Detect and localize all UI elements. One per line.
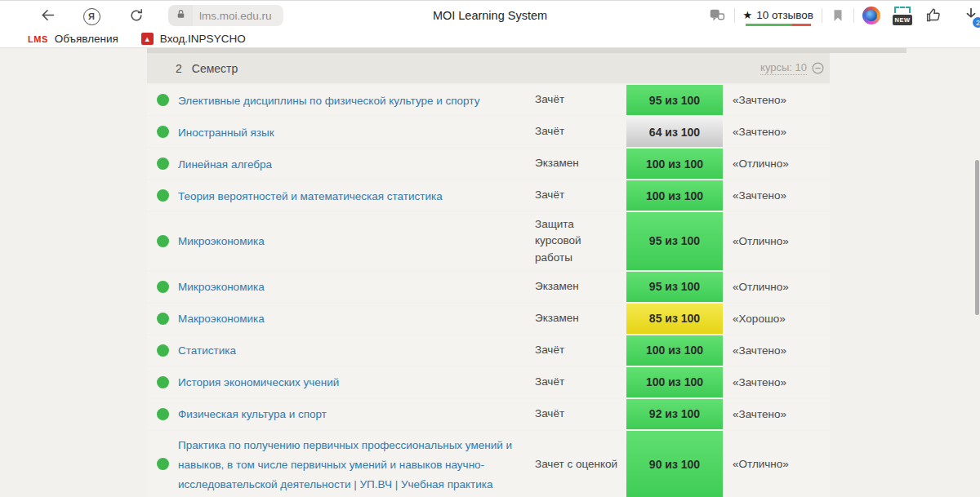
subject-link[interactable]: Макроэкономика xyxy=(178,313,265,325)
status-dot-icon xyxy=(157,344,169,357)
extension-lens-icon[interactable] xyxy=(862,7,880,24)
downloads-button[interactable]: 2 xyxy=(962,6,980,27)
bookmarks-bar: LMS Объявления ▲ Вход.INPSYCHO xyxy=(0,30,980,48)
status-cell xyxy=(147,126,178,138)
table-row: Элективные дисциплины по физической куль… xyxy=(147,85,830,115)
grade-value: «Отлично» xyxy=(723,458,830,470)
status-cell xyxy=(147,94,178,106)
status-dot-icon xyxy=(157,281,169,293)
subject-link[interactable]: Физическая культура и спорт xyxy=(178,408,327,420)
subject-link[interactable]: Микроэкономика xyxy=(178,235,265,247)
yandex-logo-icon: Я xyxy=(83,8,100,25)
courses-count-link[interactable]: курсы: 10 xyxy=(760,61,807,75)
collapse-semester-icon[interactable] xyxy=(811,61,825,75)
bookmark-item-announcements[interactable]: LMS Объявления xyxy=(28,33,118,45)
score-badge: 92 из 100 xyxy=(626,399,723,429)
reviews-count-label: 10 отзывов xyxy=(756,9,813,21)
subject-link[interactable]: Теория вероятностей и математическая ста… xyxy=(178,190,443,202)
exam-type: Экзамен xyxy=(535,274,626,299)
grade-value: «Зачтено» xyxy=(723,126,830,138)
status-dot-icon xyxy=(157,126,169,138)
grade-value: «Отлично» xyxy=(723,235,830,247)
bookmark-label: Объявления xyxy=(55,33,118,45)
subject-link[interactable]: Иностранный язык xyxy=(178,126,274,139)
browser-window: Я lms.moi.edu.ru MOI Learning System xyxy=(0,0,980,497)
subject-link[interactable]: Статистика xyxy=(178,344,236,357)
subject-cell: Элективные дисциплины по физической куль… xyxy=(178,87,535,114)
status-dot-icon xyxy=(157,313,169,325)
subject-link[interactable]: Микроэкономика xyxy=(178,281,265,293)
table-row: История экономических ученийЗачёт100 из … xyxy=(147,367,830,397)
semester-number: 2 xyxy=(176,62,182,75)
status-dot-icon xyxy=(157,235,169,247)
status-cell xyxy=(147,235,178,247)
protect-share-icon[interactable] xyxy=(708,7,726,24)
new-badge: NEW xyxy=(893,15,912,25)
status-dot-icon xyxy=(157,158,169,170)
score-badge: 100 из 100 xyxy=(626,335,723,366)
vertical-scrollbar-thumb[interactable] xyxy=(975,160,979,315)
bookmark-label: Вход.INPSYCHO xyxy=(160,33,246,45)
bookmark-flag-icon[interactable] xyxy=(831,8,845,23)
grade-value: «Зачтено» xyxy=(723,408,830,420)
subject-link[interactable]: Элективные дисциплины по физической куль… xyxy=(178,95,479,107)
lms-favicon: LMS xyxy=(28,34,48,44)
thumbs-extension-icon[interactable] xyxy=(924,7,942,24)
exam-type: Зачет с оценкой xyxy=(535,452,626,477)
table-row: Физическая культура и спортЗачёт92 из 10… xyxy=(147,399,830,429)
grade-value: «Отлично» xyxy=(723,158,830,170)
subject-cell: Теория вероятностей и математическая ста… xyxy=(178,182,535,210)
status-cell xyxy=(147,313,178,325)
yandex-home-button[interactable]: Я xyxy=(82,7,101,26)
site-reviews-button[interactable]: ★ 10 отзывов xyxy=(743,6,813,26)
subject-link[interactable]: История экономических учений xyxy=(178,376,339,388)
exam-type: Защита курсовой работы xyxy=(535,212,626,270)
score-badge: 100 из 100 xyxy=(626,180,723,211)
subject-cell: История экономических учений xyxy=(178,368,535,396)
subject-cell: Микроэкономика xyxy=(178,227,535,255)
screenshot-extension-icon[interactable]: NEW xyxy=(892,7,913,25)
table-row: МакроэкономикаЭкзамен85 из 100«Хорошо» xyxy=(147,304,830,334)
score-badge: 64 из 100 xyxy=(626,117,723,147)
score-badge: 90 из 100 xyxy=(626,431,723,497)
status-cell xyxy=(147,158,178,170)
table-row: МикроэкономикаЗащита курсовой работы95 и… xyxy=(147,212,830,270)
grade-value: «Зачтено» xyxy=(723,189,830,202)
status-cell xyxy=(147,281,178,293)
subject-cell: Иностранный язык xyxy=(178,118,535,146)
subject-link[interactable]: Линейная алгебра xyxy=(178,158,272,171)
ssl-lock-chip[interactable] xyxy=(168,5,193,26)
back-arrow-icon xyxy=(39,7,56,26)
toolbar-divider xyxy=(734,8,735,23)
semester-title: Семестр xyxy=(192,62,238,75)
score-badge: 100 из 100 xyxy=(626,149,723,179)
grade-value: «Зачтено» xyxy=(723,376,830,388)
exam-type: Зачёт xyxy=(535,338,626,362)
address-bar[interactable]: lms.moi.edu.ru xyxy=(168,5,283,26)
table-row: СтатистикаЗачёт100 из 100«Зачтено» xyxy=(147,335,830,366)
url-text[interactable]: lms.moi.edu.ru xyxy=(193,5,283,26)
gradebook-table: 2 Семестр курсы: 10 Элективные дисциплин… xyxy=(147,53,830,497)
status-dot-icon xyxy=(157,94,169,106)
grade-value: «Хорошо» xyxy=(723,313,830,325)
exam-type: Зачёт xyxy=(535,370,626,394)
toolbar-divider xyxy=(853,8,854,23)
status-cell xyxy=(147,189,178,202)
status-dot-icon xyxy=(157,408,169,420)
downloads-count-badge: 2 xyxy=(973,17,980,28)
status-dot-icon xyxy=(157,189,169,202)
bookmark-item-inpsycho[interactable]: ▲ Вход.INPSYCHO xyxy=(141,33,246,45)
grade-value: «Отлично» xyxy=(723,281,830,293)
grade-value: «Зачтено» xyxy=(723,94,830,106)
star-icon: ★ xyxy=(743,9,753,21)
subject-link[interactable]: Практика по получению первичных професси… xyxy=(178,439,512,490)
exam-type: Зачёт xyxy=(535,402,626,426)
capture-frame-icon xyxy=(894,7,911,13)
semester-header: 2 Семестр курсы: 10 xyxy=(147,53,830,83)
subject-cell: Линейная алгебра xyxy=(178,150,535,178)
refresh-button[interactable] xyxy=(127,7,146,26)
lock-icon xyxy=(176,8,186,23)
back-button[interactable] xyxy=(38,7,57,26)
score-badge: 100 из 100 xyxy=(626,367,723,397)
status-cell xyxy=(147,408,178,420)
